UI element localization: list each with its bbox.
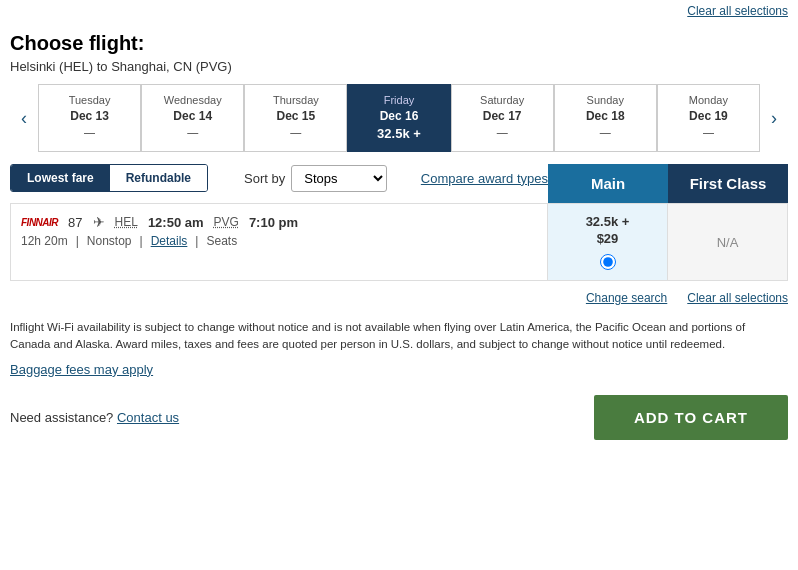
clear-all-label: Clear all selections xyxy=(687,4,788,18)
departure-time: 12:50 am xyxy=(148,215,204,230)
arrival-airport: PVG xyxy=(214,215,239,229)
flight-bottom: 12h 20m | Nonstop | Details | Seats xyxy=(21,234,537,248)
main-fare-cell: 32.5k +$29 xyxy=(547,204,667,280)
flight-separator2: | xyxy=(140,234,143,248)
fare-tabs: Lowest fareRefundable xyxy=(10,164,208,192)
clear-selections-link[interactable]: Clear all selections xyxy=(687,291,788,305)
fare-sort-wrapper: Lowest fareRefundable Sort by StopsPrice… xyxy=(10,164,548,192)
class-headers: MainFirst Class xyxy=(548,164,788,203)
first-fare-na: N/A xyxy=(717,235,739,250)
flight-details-link[interactable]: Details xyxy=(151,234,188,248)
calendar-day-6[interactable]: MondayDec 19— xyxy=(657,84,760,152)
calendar-row: ‹ TuesdayDec 13—WednesdayDec 14—Thursday… xyxy=(10,84,788,152)
flight-number: 87 xyxy=(68,215,82,230)
clear-all-top-link[interactable]: Clear all selections xyxy=(0,0,798,22)
add-to-cart-button[interactable]: ADD TO CART xyxy=(594,395,788,440)
flight-duration: 12h 20m xyxy=(21,234,68,248)
flight-top: FINNAIR 87 ✈ HEL 12:50 am PVG 7:10 pm xyxy=(21,214,537,230)
class-header-main: Main xyxy=(548,164,668,203)
fare-tab-0[interactable]: Lowest fare xyxy=(11,165,110,191)
flight-info: FINNAIR 87 ✈ HEL 12:50 am PVG 7:10 pm 12… xyxy=(11,204,547,280)
main-fare-price: 32.5k +$29 xyxy=(586,214,630,248)
baggage-fees-link[interactable]: Baggage fees may apply xyxy=(10,362,153,377)
class-header-first: First Class xyxy=(668,164,788,203)
sort-label: Sort by xyxy=(244,171,285,186)
flight-seats-label: Seats xyxy=(206,234,237,248)
change-search-link[interactable]: Change search xyxy=(586,291,667,305)
calendar-day-1[interactable]: WednesdayDec 14— xyxy=(141,84,244,152)
compare-award-link[interactable]: Compare award types xyxy=(421,171,548,186)
calendar-day-4[interactable]: SaturdayDec 17— xyxy=(451,84,554,152)
page-title: Choose flight: xyxy=(10,32,788,55)
flight-row: FINNAIR 87 ✈ HEL 12:50 am PVG 7:10 pm 12… xyxy=(10,203,788,281)
calendar-prev-button[interactable]: ‹ xyxy=(10,88,38,148)
calendar-days: TuesdayDec 13—WednesdayDec 14—ThursdayDe… xyxy=(38,84,760,152)
flight-separator1: | xyxy=(76,234,79,248)
bottom-links: Change search Clear all selections xyxy=(10,285,788,311)
main-fare-radio[interactable] xyxy=(600,254,616,270)
flight-stops: Nonstop xyxy=(87,234,132,248)
footer-row: Need assistance? Contact us ADD TO CART xyxy=(10,385,788,446)
plane-icon: ✈ xyxy=(93,214,105,230)
calendar-day-5[interactable]: SundayDec 18— xyxy=(554,84,657,152)
first-fare-cell: N/A xyxy=(667,204,787,280)
route-subtitle: Helsinki (HEL) to Shanghai, CN (PVG) xyxy=(10,59,788,74)
need-assist-label: Need assistance? xyxy=(10,410,113,425)
airline-logo: FINNAIR xyxy=(21,217,58,228)
need-assist-text: Need assistance? Contact us xyxy=(10,410,179,425)
flight-separator3: | xyxy=(195,234,198,248)
calendar-day-2[interactable]: ThursdayDec 15— xyxy=(244,84,347,152)
calendar-day-3[interactable]: FridayDec 1632.5k + xyxy=(347,84,450,152)
sort-select[interactable]: StopsPriceDurationDepartureArrival xyxy=(291,165,387,192)
calendar-day-0[interactable]: TuesdayDec 13— xyxy=(38,84,141,152)
disclaimer-text: Inflight Wi-Fi availability is subject t… xyxy=(10,319,788,354)
departure-airport: HEL xyxy=(115,215,138,229)
contact-us-link[interactable]: Contact us xyxy=(117,410,179,425)
calendar-next-button[interactable]: › xyxy=(760,88,788,148)
fare-tab-1[interactable]: Refundable xyxy=(110,165,207,191)
arrival-time: 7:10 pm xyxy=(249,215,298,230)
